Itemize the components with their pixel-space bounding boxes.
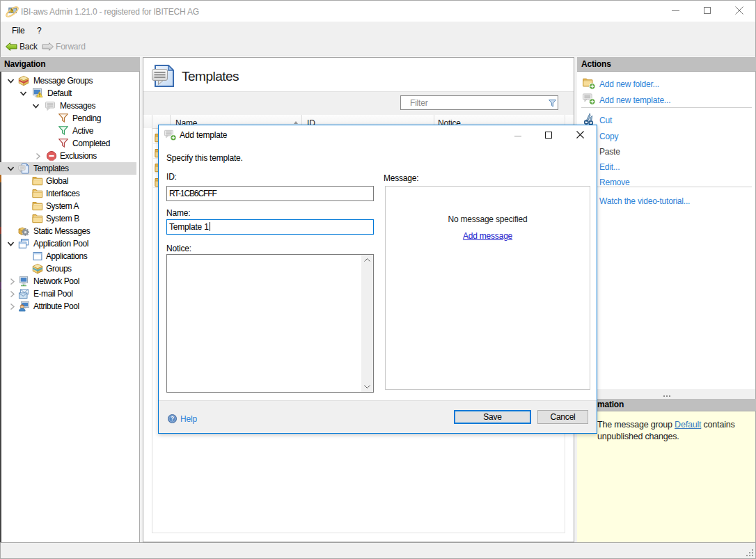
svg-text:?: ? — [171, 415, 174, 422]
